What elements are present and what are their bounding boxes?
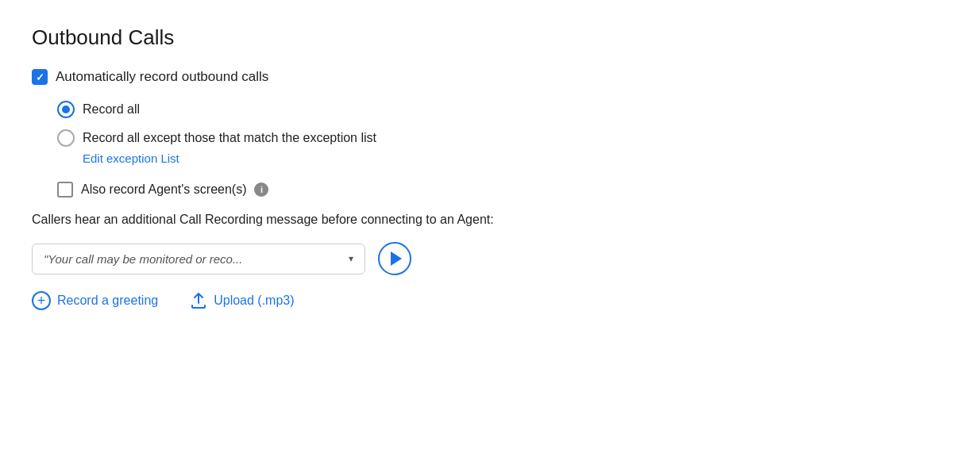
radio-record-except[interactable]: Record all except those that match the e… [57,129,948,147]
dropdown-arrow-icon: ▾ [349,253,353,264]
action-buttons: + Record a greeting Upload (.mp3) [32,291,948,310]
radio-group: Record all Record all except those that … [57,101,948,166]
upload-mp3-button[interactable]: Upload (.mp3) [190,292,294,309]
upload-icon [190,292,207,309]
radio-circle-all[interactable] [57,101,75,118]
radio-record-all[interactable]: Record all [57,101,948,118]
info-icon[interactable]: i [254,182,268,197]
page-title: Outbound Calls [32,25,948,50]
greeting-dropdown-row: "Your call may be monitored or reco... ▾ [32,242,948,275]
outbound-calls-section: ✓ Automatically record outbound calls Re… [32,69,948,310]
play-triangle-icon [391,251,402,266]
greeting-dropdown-text: "Your call may be monitored or reco... [44,252,342,266]
plus-circle-icon: + [32,291,51,310]
auto-record-row[interactable]: ✓ Automatically record outbound calls [32,69,948,85]
screen-record-label: Also record Agent's screen(s) [81,182,246,197]
edit-exception-link[interactable]: Edit exception List [83,152,179,165]
callers-message: Callers hear an additional Call Recordin… [32,210,948,229]
greeting-dropdown[interactable]: "Your call may be monitored or reco... ▾ [32,244,365,274]
record-greeting-label: Record a greeting [57,294,158,308]
radio-except-label: Record all except those that match the e… [83,131,376,145]
auto-record-checkbox[interactable]: ✓ [32,69,48,85]
record-greeting-button[interactable]: + Record a greeting [32,291,158,310]
screen-record-row[interactable]: Also record Agent's screen(s) i [57,182,948,198]
radio-record-except-container: Record all except those that match the e… [57,129,948,166]
radio-circle-except[interactable] [57,129,75,147]
checkmark-icon: ✓ [36,72,44,83]
play-button[interactable] [378,242,411,275]
radio-all-label: Record all [83,102,140,117]
auto-record-label: Automatically record outbound calls [56,69,268,85]
screen-record-checkbox[interactable] [57,182,73,198]
upload-label: Upload (.mp3) [214,294,294,308]
